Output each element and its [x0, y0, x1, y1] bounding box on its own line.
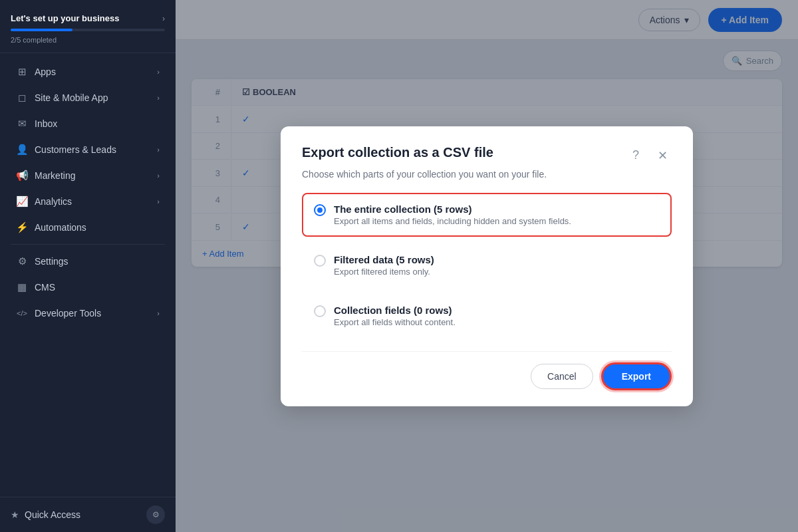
nav-divider — [11, 244, 165, 245]
sidebar-item-automations[interactable]: ⚡ Automations — [5, 215, 170, 240]
modal-header: Export collection as a CSV file ? ✕ — [302, 145, 672, 165]
sidebar-item-label: Developer Tools — [35, 308, 150, 319]
sidebar-item-label: Analytics — [35, 196, 150, 207]
radio-option-entire[interactable]: The entire collection (5 rows) Export al… — [302, 193, 672, 237]
sidebar-item-inbox[interactable]: ✉ Inbox — [5, 111, 170, 136]
dev-tools-icon: </> — [16, 307, 28, 319]
sidebar-footer: ★ Quick Access ⚙ — [0, 497, 176, 532]
star-icon: ★ — [11, 509, 19, 520]
analytics-icon: 📈 — [16, 196, 28, 207]
radio-circle-fields — [314, 305, 326, 317]
radio-content-fields: Collection fields (0 rows) Export all fi… — [334, 305, 456, 327]
inbox-icon: ✉ — [16, 118, 28, 130]
modal-title: Export collection as a CSV file — [302, 145, 493, 160]
sidebar-item-analytics[interactable]: 📈 Analytics › — [5, 189, 170, 214]
close-icon: ✕ — [658, 148, 668, 163]
app-layout: Let's set up your business › 2/5 complet… — [0, 0, 798, 532]
sidebar-item-label: Apps — [35, 66, 150, 77]
cms-icon: ▦ — [16, 281, 28, 293]
sidebar-item-label: Settings — [35, 256, 160, 267]
cancel-button[interactable]: Cancel — [531, 364, 593, 389]
help-icon: ? — [632, 148, 639, 162]
radio-option-filtered[interactable]: Filtered data (5 rows) Export filtered i… — [302, 243, 672, 287]
sidebar-setup[interactable]: Let's set up your business › — [11, 13, 165, 23]
progress-text: 2/5 completed — [11, 36, 57, 44]
radio-dot — [317, 207, 323, 213]
radio-circle-filtered — [314, 255, 326, 267]
modal-overlay: Export collection as a CSV file ? ✕ Choo… — [176, 0, 798, 532]
sidebar-item-label: Site & Mobile App — [35, 92, 150, 103]
modal-subtitle: Choose which parts of your collection yo… — [302, 169, 672, 180]
sidebar-item-marketing[interactable]: 📢 Marketing › — [5, 163, 170, 188]
automations-icon: ⚡ — [16, 221, 28, 233]
radio-desc-filtered: Export filtered items only. — [334, 267, 434, 277]
radio-option-fields[interactable]: Collection fields (0 rows) Export all fi… — [302, 294, 672, 338]
sidebar-item-developer-tools[interactable]: </> Developer Tools › — [5, 301, 170, 326]
sidebar-nav: ⊞ Apps › ◻ Site & Mobile App › ✉ Inbox 👤… — [0, 53, 176, 497]
close-button[interactable]: ✕ — [653, 146, 672, 165]
modal-header-icons: ? ✕ — [626, 146, 672, 165]
gear-icon: ⚙ — [152, 510, 160, 519]
arrow-icon: › — [157, 172, 160, 180]
customers-icon: 👤 — [16, 144, 28, 156]
radio-label-fields: Collection fields (0 rows) — [334, 305, 456, 316]
sidebar-item-label: Inbox — [35, 118, 160, 129]
marketing-icon: 📢 — [16, 170, 28, 182]
main-content: Actions ▾ + Add Item 🔍 Search # ☑ — [176, 0, 798, 532]
mobile-icon: ◻ — [16, 92, 28, 104]
radio-content-filtered: Filtered data (5 rows) Export filtered i… — [334, 254, 434, 277]
arrow-icon: › — [157, 146, 160, 154]
quick-access[interactable]: ★ Quick Access — [11, 509, 80, 520]
progress-bar-bg — [11, 29, 165, 31]
help-button[interactable]: ? — [626, 146, 645, 165]
sidebar-item-label: Automations — [35, 222, 160, 233]
radio-label-filtered: Filtered data (5 rows) — [334, 254, 434, 265]
sidebar-item-label: Customers & Leads — [35, 144, 150, 155]
sidebar-header: Let's set up your business › 2/5 complet… — [0, 0, 176, 53]
sidebar-item-label: CMS — [35, 282, 160, 293]
sidebar-item-label: Marketing — [35, 170, 150, 181]
settings-icon: ⚙ — [16, 255, 28, 267]
export-button[interactable]: Export — [601, 362, 672, 390]
radio-label-entire: The entire collection (5 rows) — [334, 203, 571, 215]
arrow-icon: › — [157, 309, 160, 317]
sidebar: Let's set up your business › 2/5 complet… — [0, 0, 176, 532]
arrow-icon: › — [157, 198, 160, 205]
apps-icon: ⊞ — [16, 66, 28, 78]
sidebar-item-settings[interactable]: ⚙ Settings — [5, 249, 170, 274]
radio-desc-fields: Export all fields without content. — [334, 317, 456, 327]
radio-circle-entire — [314, 204, 326, 216]
radio-desc-entire: Export all items and fields, including h… — [334, 216, 571, 226]
setup-title: Let's set up your business — [11, 13, 119, 23]
quick-access-label: Quick Access — [25, 509, 80, 520]
sidebar-item-apps[interactable]: ⊞ Apps › — [5, 59, 170, 84]
sidebar-item-site-mobile[interactable]: ◻ Site & Mobile App › — [5, 85, 170, 110]
setup-arrow: › — [162, 14, 165, 23]
arrow-icon: › — [157, 94, 160, 102]
sidebar-item-cms[interactable]: ▦ CMS — [5, 275, 170, 300]
radio-content-entire: The entire collection (5 rows) Export al… — [334, 203, 571, 226]
progress-bar-fill — [11, 29, 72, 31]
arrow-icon: › — [157, 68, 160, 76]
sidebar-item-customers[interactable]: 👤 Customers & Leads › — [5, 137, 170, 162]
modal-footer: Cancel Export — [302, 351, 672, 390]
quick-access-settings-button[interactable]: ⚙ — [146, 505, 165, 524]
export-modal: Export collection as a CSV file ? ✕ Choo… — [281, 126, 693, 406]
